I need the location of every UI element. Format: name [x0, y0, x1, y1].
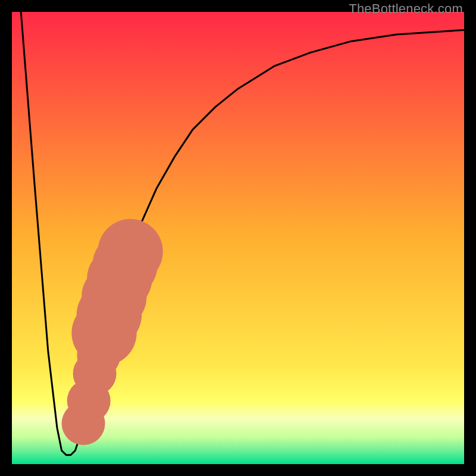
chart-frame: TheBottleneck.com — [0, 0, 476, 476]
plot-area — [12, 12, 464, 464]
data-point — [98, 219, 162, 284]
bottleneck-chart — [12, 12, 464, 464]
watermark-text: TheBottleneck.com — [349, 1, 463, 17]
